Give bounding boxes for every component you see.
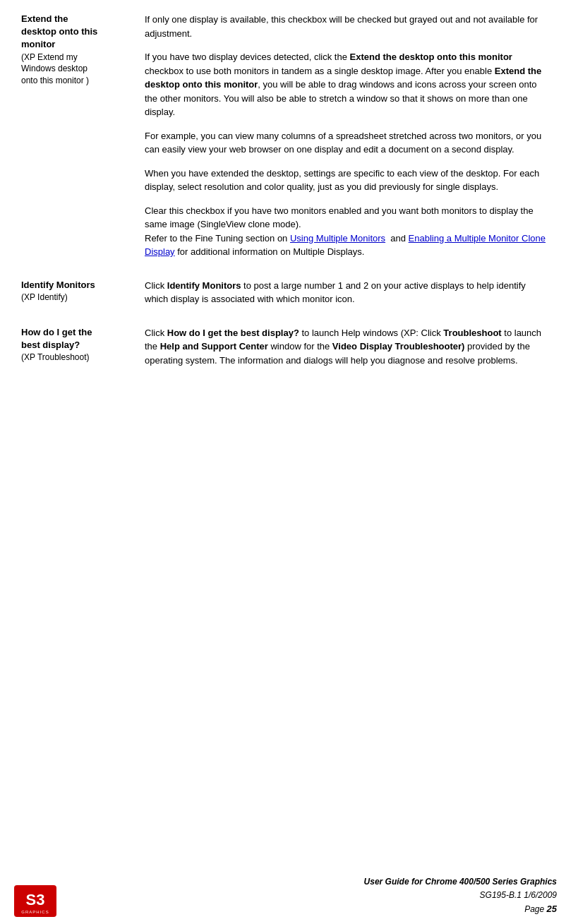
extend-para-5: Clear this checkbox if you have two moni… (145, 204, 550, 259)
page-footer: S3 GRAPHICS User Guide for Chrome 400/50… (0, 846, 578, 924)
identify-para-1: Click Identify Monitors to post a large … (145, 279, 550, 306)
footer-logo: S3 GRAPHICS (14, 885, 71, 917)
content-table: Extend thedesktop onto thismonitor (XP E… (14, 7, 557, 373)
footer-text-block: User Guide for Chrome 400/500 Series Gra… (71, 875, 557, 917)
footer-page-label: Page (524, 904, 544, 914)
footer-doc-title: User Guide for Chrome 400/500 Series Gra… (71, 875, 557, 889)
extend-para-2: If you have two display devices detected… (145, 50, 550, 119)
footer-doc-ref: SG195-B.1 1/6/2009 (71, 889, 557, 902)
term-cell-identify: Identify Monitors (XP Identify) (14, 265, 138, 312)
section-row-identify: Identify Monitors (XP Identify) Click Id… (14, 265, 557, 312)
extend-para-3: For example, you can view many columns o… (145, 129, 550, 157)
section-row-extend: Extend thedesktop onto thismonitor (XP E… (14, 7, 557, 265)
footer-page-num: Page 25 (71, 902, 557, 917)
svg-text:S3: S3 (26, 891, 45, 908)
subterm-identify: (XP Identify) (21, 292, 131, 304)
svg-text:GRAPHICS: GRAPHICS (21, 910, 49, 914)
term-cell-best-display: How do I get thebest display? (XP Troubl… (14, 312, 138, 373)
extend-para-4: When you have extended the desktop, sett… (145, 167, 550, 194)
link-using-multiple-monitors[interactable]: Using Multiple Monitors (290, 233, 385, 244)
term-cell-extend: Extend thedesktop onto thismonitor (XP E… (14, 7, 138, 265)
subterm-best-display: (XP Troubleshoot) (21, 352, 131, 364)
term-best-display: How do I get thebest display? (21, 326, 131, 352)
desc-cell-identify: Click Identify Monitors to post a large … (138, 265, 557, 312)
desc-cell-best-display: Click How do I get the best display? to … (138, 312, 557, 373)
page-content: Extend thedesktop onto thismonitor (XP E… (0, 0, 578, 457)
footer-page-number: 25 (547, 904, 557, 914)
extend-para-1: If only one display is available, this c… (145, 13, 550, 40)
term-identify: Identify Monitors (21, 279, 131, 292)
desc-cell-extend: If only one display is available, this c… (138, 7, 557, 265)
best-display-para-1: Click How do I get the best display? to … (145, 326, 550, 368)
section-row-best-display: How do I get thebest display? (XP Troubl… (14, 312, 557, 373)
term-extend: Extend thedesktop onto thismonitor (21, 13, 131, 52)
subterm-extend: (XP Extend myWindows desktoponto this mo… (21, 52, 131, 87)
s3-graphics-logo: S3 GRAPHICS (14, 885, 56, 917)
